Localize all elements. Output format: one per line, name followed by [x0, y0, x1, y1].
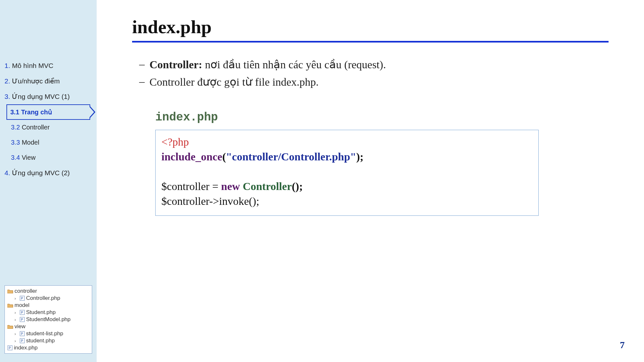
code-label: index.php — [155, 111, 609, 124]
folder-label: controller — [14, 288, 37, 294]
file-label: index.php — [14, 345, 38, 351]
page-title: index.php — [132, 16, 609, 41]
toc-num: 3.1 — [10, 109, 19, 116]
code-paren: (); — [292, 180, 303, 192]
svg-text:P: P — [21, 297, 23, 300]
toc-num: 3.3 — [11, 139, 20, 146]
toc-num: 3.2 — [11, 124, 20, 131]
toc-item-1[interactable]: 1. Mô hình MVC — [3, 58, 93, 73]
file-label: student.php — [26, 338, 55, 344]
file-label: student-list.php — [26, 330, 63, 337]
code-line: <?php — [161, 135, 533, 149]
folder-row[interactable]: controller — [7, 288, 89, 295]
toc-num: 4. — [5, 169, 10, 176]
folder-row[interactable]: view — [7, 323, 89, 330]
bullet-rest: nơi đầu tiên nhận các yêu cầu (request). — [202, 59, 386, 71]
toc-item-4[interactable]: 4. Ứng dụng MVC (2) — [3, 165, 93, 181]
code-class: Controller — [243, 180, 292, 192]
toc-label: Controller — [22, 124, 50, 131]
svg-text:P: P — [9, 346, 11, 350]
toc-label: View — [22, 154, 35, 161]
toc-sub-3-2[interactable]: 3.2 Controller — [3, 120, 93, 135]
bullet-item: – Controller được gọi từ file index.php. — [137, 75, 609, 88]
toc: 1. Mô hình MVC 2. Ưu/nhược điểm 3. Ứng d… — [0, 58, 97, 181]
code-php-open: <?php — [161, 136, 189, 148]
code-line: $controller = new Controller(); — [161, 179, 533, 194]
php-file-icon: P — [20, 317, 25, 322]
code-string: "controller/Controller.php" — [226, 151, 356, 163]
toc-label: Ứng dụng MVC (1) — [12, 93, 70, 100]
toc-num: 1. — [5, 62, 10, 69]
ndash-icon: – — [137, 58, 149, 71]
folder-icon — [7, 324, 13, 329]
php-file-icon: P — [20, 310, 25, 315]
file-label: Student.php — [26, 309, 56, 316]
code-paren: ); — [356, 151, 364, 163]
php-file-icon: P — [20, 296, 25, 301]
toc-label: Mô hình MVC — [12, 62, 53, 69]
code-box: <?php include_once("controller/Controlle… — [155, 130, 539, 216]
bullet-bold: Controller: — [149, 59, 202, 71]
file-row[interactable]: › P student-list.php — [7, 330, 89, 337]
php-file-icon: P — [7, 345, 13, 350]
toc-sub-3-4[interactable]: 3.4 View — [3, 150, 93, 165]
file-row[interactable]: › P Controller.php — [7, 295, 89, 302]
folder-row[interactable]: model — [7, 302, 89, 309]
code-keyword: new — [221, 180, 240, 192]
bullet-list: – Controller: nơi đầu tiên nhận các yêu … — [132, 58, 609, 93]
svg-text:P: P — [21, 339, 23, 343]
toc-sub-3-3[interactable]: 3.3 Model — [3, 135, 93, 150]
toc-num: 3.4 — [11, 154, 20, 161]
chevron-right-icon: › — [14, 317, 18, 322]
file-row[interactable]: › P StudentModel.php — [7, 316, 89, 323]
folder-label: model — [14, 302, 29, 309]
file-label: StudentModel.php — [26, 316, 71, 323]
file-row[interactable]: P index.php — [7, 344, 89, 351]
svg-text:P: P — [21, 332, 23, 336]
toc-label: Model — [22, 139, 39, 146]
toc-label: Ưu/nhược điểm — [12, 77, 60, 85]
bullet-rest: Controller được gọi từ file index.php. — [149, 76, 319, 88]
php-file-icon: P — [20, 338, 25, 343]
php-file-icon: P — [20, 331, 25, 336]
code-var: $controller = — [161, 180, 221, 192]
code-line-blank — [161, 164, 533, 179]
file-label: Controller.php — [26, 295, 60, 301]
chevron-right-icon: › — [14, 296, 18, 301]
code-paren: ( — [222, 151, 226, 163]
main-content: index.php – Controller: nơi đầu tiên nhậ… — [97, 0, 644, 362]
code-line: include_once("controller/Controller.php"… — [161, 149, 533, 164]
file-row[interactable]: › P Student.php — [7, 309, 89, 316]
toc-item-2[interactable]: 2. Ưu/nhược điểm — [3, 73, 93, 89]
code-keyword: include_once — [161, 151, 222, 163]
title-rule — [132, 41, 609, 43]
bullet-text: Controller được gọi từ file index.php. — [149, 75, 609, 88]
code-invoke: $controller->invoke(); — [161, 195, 259, 207]
toc-label: Trang chủ — [21, 109, 52, 116]
toc-item-3[interactable]: 3. Ứng dụng MVC (1) — [3, 89, 93, 104]
toc-num: 3. — [5, 93, 10, 100]
chevron-right-icon: › — [14, 310, 18, 315]
file-row[interactable]: › P student.php — [7, 337, 89, 344]
toc-num: 2. — [5, 77, 10, 85]
folder-icon — [7, 303, 13, 308]
chevron-right-icon: › — [14, 338, 18, 343]
toc-sub-3-1[interactable]: 3.1 Trang chủ — [6, 104, 90, 120]
ndash-icon: – — [137, 75, 149, 88]
bullet-text: Controller: nơi đầu tiên nhận các yêu cầ… — [149, 58, 609, 71]
folder-icon — [7, 289, 13, 293]
chevron-right-icon: › — [14, 331, 18, 336]
svg-text:P: P — [21, 311, 23, 314]
bullet-item: – Controller: nơi đầu tiên nhận các yêu … — [137, 58, 609, 71]
folder-label: view — [14, 323, 25, 330]
svg-text:P: P — [21, 318, 23, 321]
toc-label: Ứng dụng MVC (2) — [12, 169, 70, 176]
page-number: 7 — [620, 339, 625, 350]
code-line: $controller->invoke(); — [161, 194, 533, 209]
file-tree: controller › P Controller.php model › P … — [5, 285, 92, 354]
sidebar: 1. Mô hình MVC 2. Ưu/nhược điểm 3. Ứng d… — [0, 0, 97, 362]
